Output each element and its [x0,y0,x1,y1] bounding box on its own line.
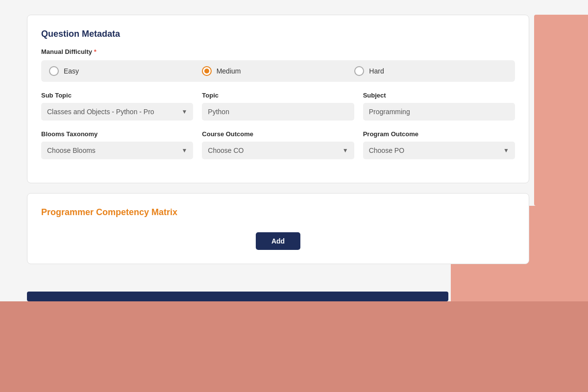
topic-input[interactable] [202,103,354,121]
radio-easy-label: Easy [64,67,79,75]
question-metadata-title: Question Metadata [41,29,515,39]
topic-label: Topic [202,92,354,99]
subject-input[interactable] [363,103,515,121]
subject-label: Subject [363,92,515,99]
blooms-taxonomy-label: Blooms Taxonomy [41,130,193,138]
course-outcome-label: Course Outcome [202,130,354,138]
sub-topic-group: Sub Topic Classes and Objects - Python -… [41,92,193,121]
fields-row-2: Blooms Taxonomy Choose Blooms ▼ Course O… [41,130,515,159]
manual-difficulty-label: Manual Difficulty * [41,48,515,55]
program-outcome-label: Program Outcome [363,130,515,138]
sub-topic-label: Sub Topic [41,92,193,99]
subject-group: Subject [363,92,515,121]
radio-option-medium[interactable]: Medium [202,66,355,76]
program-outcome-select[interactable]: Choose PO [363,142,515,159]
main-content: Question Metadata Manual Difficulty * Ea… [27,15,529,264]
co-select-wrapper: Choose CO ▼ [202,142,354,159]
difficulty-radio-group: Easy Medium Hard [41,60,515,82]
add-button[interactable]: Add [256,232,300,250]
bg-shape-right-top [534,15,588,206]
radio-easy-circle [49,66,59,76]
radio-option-hard[interactable]: Hard [354,66,507,76]
blooms-select-wrapper: Choose Blooms ▼ [41,142,193,159]
pcm-title: Programmer Competency Matrix [41,207,515,218]
topic-group: Topic [202,92,354,121]
pcm-card: Programmer Competency Matrix Add [27,193,529,264]
blooms-select[interactable]: Choose Blooms [41,142,193,159]
sub-topic-select-wrapper: Classes and Objects - Python - Pro ▼ [41,103,193,121]
radio-hard-circle [354,66,364,76]
program-outcome-group: Program Outcome Choose PO ▼ [363,130,515,159]
po-select-wrapper: Choose PO ▼ [363,142,515,159]
manual-difficulty-label-text: Manual Difficulty [41,48,92,55]
question-metadata-card: Question Metadata Manual Difficulty * Ea… [27,15,529,183]
course-outcome-group: Course Outcome Choose CO ▼ [202,130,354,159]
bg-shape-bottom-salmon [0,301,588,392]
radio-hard-label: Hard [369,67,384,75]
blooms-taxonomy-group: Blooms Taxonomy Choose Blooms ▼ [41,130,193,159]
radio-option-easy[interactable]: Easy [49,66,202,76]
fields-row-1: Sub Topic Classes and Objects - Python -… [41,92,515,121]
sub-topic-select[interactable]: Classes and Objects - Python - Pro [41,103,193,121]
radio-medium-circle [202,66,212,76]
radio-medium-label: Medium [217,67,241,75]
bg-shape-bottom-bar [27,292,448,301]
course-outcome-select[interactable]: Choose CO [202,142,354,159]
required-asterisk: * [92,48,97,55]
